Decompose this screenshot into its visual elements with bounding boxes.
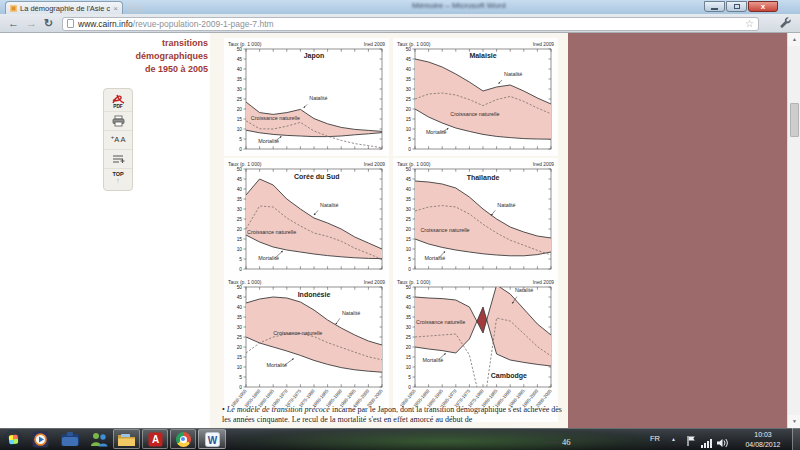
taskbar-acrobat[interactable]: A bbox=[142, 429, 168, 449]
svg-text:10: 10 bbox=[406, 365, 412, 370]
restore-button[interactable] bbox=[726, 1, 747, 12]
svg-text:25: 25 bbox=[406, 97, 412, 102]
address-bar[interactable]: www.cairn.info/revue-population-2009-1-p… bbox=[62, 17, 759, 31]
svg-text:40: 40 bbox=[406, 187, 412, 192]
svg-text:Croissance naturelle: Croissance naturelle bbox=[251, 115, 300, 121]
page-number: 46 bbox=[545, 437, 571, 447]
taskbar-explorer[interactable] bbox=[113, 429, 140, 449]
svg-text:40: 40 bbox=[406, 305, 412, 310]
svg-text:0: 0 bbox=[408, 385, 411, 390]
caption-bullet: • bbox=[222, 405, 225, 414]
print-button[interactable] bbox=[104, 111, 132, 130]
svg-text:35: 35 bbox=[237, 315, 243, 320]
svg-text:Taux (p. 1 000): Taux (p. 1 000) bbox=[228, 279, 262, 285]
language-indicator[interactable]: FR bbox=[650, 428, 660, 450]
svg-text:Croissance naturelle: Croissance naturelle bbox=[450, 111, 499, 117]
volume-icon[interactable] bbox=[717, 434, 729, 450]
svg-text:Natalité: Natalité bbox=[497, 202, 515, 208]
svg-text:Thaïlande: Thaïlande bbox=[467, 174, 500, 181]
pdf-button[interactable]: PDF bbox=[104, 92, 132, 111]
svg-text:20: 20 bbox=[237, 107, 243, 112]
svg-text:Ined 2009: Ined 2009 bbox=[533, 162, 555, 167]
svg-text:25: 25 bbox=[237, 217, 243, 222]
scroll-down-icon[interactable]: ▼ bbox=[788, 415, 800, 428]
web-page: transitions démographiques de 1950 à 200… bbox=[0, 33, 800, 428]
svg-text:15: 15 bbox=[406, 117, 412, 122]
svg-text:W: W bbox=[207, 434, 217, 445]
svg-text:Natalité: Natalité bbox=[515, 287, 533, 293]
svg-text:45: 45 bbox=[237, 177, 243, 182]
svg-text:35: 35 bbox=[406, 197, 412, 202]
chart-japon: Taux (p. 1 000)Ined 20090510152025303540… bbox=[224, 38, 389, 156]
clock-date: 04/08/2012 bbox=[736, 440, 790, 450]
svg-text:40: 40 bbox=[237, 187, 243, 192]
svg-text:Taux (p. 1 000): Taux (p. 1 000) bbox=[397, 279, 431, 285]
svg-text:45: 45 bbox=[237, 295, 243, 300]
chart-cambodge: Taux (p. 1 000)Ined 20090510152025303540… bbox=[393, 276, 558, 422]
svg-text:20: 20 bbox=[406, 107, 412, 112]
svg-text:20: 20 bbox=[237, 345, 243, 350]
browser-tab[interactable]: La démographie de l'Asie c × bbox=[5, 1, 123, 14]
top-button[interactable]: TOP ↑ bbox=[104, 168, 132, 187]
svg-text:Taux (p. 1 000): Taux (p. 1 000) bbox=[397, 161, 431, 167]
start-button[interactable] bbox=[4, 430, 22, 448]
tab-close-icon[interactable]: × bbox=[113, 5, 118, 12]
svg-text:Ined 2009: Ined 2009 bbox=[364, 42, 386, 47]
svg-text:5: 5 bbox=[408, 137, 411, 142]
svg-text:15: 15 bbox=[237, 117, 243, 122]
svg-text:10: 10 bbox=[237, 247, 243, 252]
subtitle-line: démographiques bbox=[90, 50, 208, 63]
caption-text: incarné par le Japon, dont la transition… bbox=[330, 405, 522, 414]
svg-text:30: 30 bbox=[237, 207, 243, 212]
bookmark-star-icon[interactable]: ☆ bbox=[745, 19, 754, 29]
hidden-icons-arrow[interactable]: ▲ bbox=[671, 428, 676, 450]
taskbar-messenger[interactable] bbox=[87, 430, 111, 448]
svg-text:Mortalité: Mortalité bbox=[422, 357, 443, 363]
svg-text:45: 45 bbox=[406, 295, 412, 300]
top-arrow-icon: ↑ bbox=[116, 177, 120, 184]
svg-text:35: 35 bbox=[406, 77, 412, 82]
tab-favicon-icon bbox=[10, 5, 17, 12]
svg-text:5: 5 bbox=[239, 257, 242, 262]
network-icon[interactable] bbox=[701, 434, 713, 450]
svg-text:0: 0 bbox=[408, 147, 411, 152]
svg-text:0: 0 bbox=[239, 147, 242, 152]
clock[interactable]: 10:03 04/08/2012 bbox=[736, 428, 790, 450]
tab-title: La démographie de l'Asie c bbox=[20, 4, 110, 13]
show-desktop-button[interactable] bbox=[792, 428, 800, 450]
article-tools: PDF ⁺A A TOP ↑ bbox=[103, 88, 133, 191]
back-icon[interactable]: ← bbox=[8, 16, 19, 30]
reload-icon[interactable]: ↻ bbox=[44, 16, 53, 30]
scrollbar[interactable]: ▲ ▼ bbox=[787, 33, 800, 428]
action-center-flag-icon[interactable] bbox=[686, 433, 696, 450]
svg-text:Taux (p. 1 000): Taux (p. 1 000) bbox=[228, 41, 262, 47]
svg-text:15: 15 bbox=[237, 237, 243, 242]
caption-italic: Le modèle de transition précoce bbox=[227, 405, 330, 414]
svg-text:Mortalité: Mortalité bbox=[258, 255, 279, 261]
svg-text:0: 0 bbox=[408, 267, 411, 272]
forward-icon[interactable]: → bbox=[26, 16, 37, 30]
font-size-button[interactable]: ⁺A A bbox=[104, 130, 132, 149]
windows-logo-icon bbox=[8, 434, 18, 444]
desktop-screen: Mémoire – Microsoft Word La démographie … bbox=[0, 0, 800, 450]
settings-wrench-icon[interactable] bbox=[780, 17, 792, 29]
figure-caption: • Le modèle de transition précoce incarn… bbox=[222, 405, 564, 425]
word-icon: W bbox=[205, 432, 220, 447]
chart-coree-du-sud: Taux (p. 1 000)Ined 20090510152025303540… bbox=[224, 158, 389, 276]
minimize-button[interactable] bbox=[704, 1, 725, 12]
svg-text:10: 10 bbox=[406, 247, 412, 252]
add-to-list-button[interactable] bbox=[104, 149, 132, 168]
scrollbar-thumb[interactable] bbox=[790, 103, 799, 137]
new-tab-button[interactable] bbox=[127, 3, 143, 13]
scroll-up-icon[interactable]: ▲ bbox=[788, 33, 800, 46]
subtitle-line: transitions bbox=[90, 37, 208, 50]
briefcase-icon bbox=[60, 431, 80, 447]
taskbar-media-player[interactable] bbox=[30, 430, 50, 448]
url-text[interactable]: www.cairn.info/revue-population-2009-1-p… bbox=[78, 19, 741, 29]
taskbar-chrome[interactable] bbox=[170, 429, 196, 449]
svg-text:20: 20 bbox=[237, 227, 243, 232]
close-button[interactable]: x bbox=[748, 1, 778, 12]
svg-text:30: 30 bbox=[406, 325, 412, 330]
taskbar-word[interactable]: W bbox=[198, 429, 226, 449]
taskbar-blue-app[interactable] bbox=[58, 430, 81, 448]
